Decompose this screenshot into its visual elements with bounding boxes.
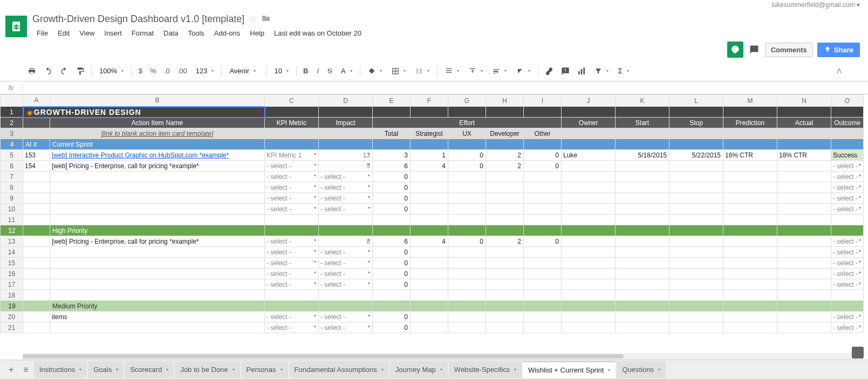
chart-icon[interactable] xyxy=(574,65,589,78)
cell[interactable] xyxy=(723,128,777,139)
cell[interactable] xyxy=(616,279,669,290)
cell[interactable] xyxy=(562,128,616,139)
italic-icon[interactable]: I xyxy=(312,65,323,77)
cell[interactable]: - select - xyxy=(831,161,864,171)
cell[interactable] xyxy=(411,182,448,193)
cell[interactable] xyxy=(723,171,777,182)
cell[interactable]: Developer xyxy=(486,128,524,139)
cell[interactable] xyxy=(562,322,616,333)
cell[interactable] xyxy=(669,258,723,268)
cell[interactable] xyxy=(50,215,265,225)
cell[interactable] xyxy=(265,139,319,150)
comments-button[interactable]: Comments xyxy=(765,43,813,57)
cell[interactable]: - select - xyxy=(831,236,864,247)
row-header[interactable]: 16 xyxy=(1,268,23,279)
cell[interactable] xyxy=(23,279,50,290)
row-header[interactable]: 4 xyxy=(1,139,23,150)
cell[interactable] xyxy=(411,139,448,150)
cell[interactable] xyxy=(486,268,524,279)
col-header-G[interactable]: G xyxy=(448,95,486,107)
cell[interactable] xyxy=(265,128,319,139)
cell[interactable] xyxy=(777,215,831,225)
cell[interactable]: KPI Metric xyxy=(265,118,319,128)
cell[interactable] xyxy=(524,139,562,150)
sheet-tab[interactable]: Instructions xyxy=(34,361,87,378)
cell[interactable] xyxy=(669,290,723,301)
row-header[interactable]: 2 xyxy=(1,118,23,128)
cell[interactable] xyxy=(777,139,831,150)
cell[interactable]: - select - xyxy=(831,204,864,215)
cell[interactable]: 18% CTR xyxy=(777,150,831,161)
cell[interactable]: 0 xyxy=(448,150,486,161)
row-header[interactable]: 6 xyxy=(1,161,23,171)
cell[interactable] xyxy=(373,139,411,150)
cell[interactable]: Prediction xyxy=(723,118,777,128)
cell[interactable] xyxy=(411,247,448,258)
cell[interactable]: 5 xyxy=(319,161,373,171)
cell[interactable] xyxy=(319,139,373,150)
cell[interactable]: 0 xyxy=(524,161,562,171)
format-dropdown[interactable]: 123 xyxy=(192,65,218,77)
col-header-H[interactable]: H xyxy=(486,95,524,107)
halign-icon[interactable] xyxy=(441,65,463,77)
font-size-dropdown[interactable]: 10 xyxy=(270,65,292,77)
cell[interactable] xyxy=(448,312,486,322)
cell[interactable] xyxy=(616,182,669,193)
cell[interactable]: 6 xyxy=(373,161,411,171)
cell[interactable]: 0 xyxy=(373,171,411,182)
cell[interactable] xyxy=(448,204,486,215)
cell[interactable]: Other xyxy=(524,128,562,139)
cell[interactable] xyxy=(411,279,448,290)
cell[interactable] xyxy=(723,204,777,215)
cell[interactable] xyxy=(616,268,669,279)
cell[interactable] xyxy=(616,247,669,258)
cell[interactable] xyxy=(616,301,669,312)
functions-icon[interactable]: Σ xyxy=(614,65,633,77)
cell[interactable] xyxy=(562,171,616,182)
filter-icon[interactable] xyxy=(590,65,613,77)
cell[interactable]: - select - xyxy=(319,182,373,193)
cell[interactable] xyxy=(669,312,723,322)
cell[interactable] xyxy=(669,204,723,215)
sheets-logo[interactable] xyxy=(5,16,27,37)
cell[interactable] xyxy=(50,247,265,258)
cell[interactable] xyxy=(23,215,50,225)
cell[interactable] xyxy=(616,236,669,247)
cell[interactable]: 0 xyxy=(524,150,562,161)
cell[interactable] xyxy=(723,290,777,301)
cell[interactable] xyxy=(524,268,562,279)
folder-icon[interactable] xyxy=(262,13,270,25)
cell[interactable] xyxy=(777,258,831,268)
cell[interactable]: 16% CTR xyxy=(723,150,777,161)
cell[interactable] xyxy=(448,193,486,204)
cell[interactable]: 0 xyxy=(373,258,411,268)
cell[interactable]: items xyxy=(50,312,265,322)
cell[interactable] xyxy=(831,225,864,236)
cell[interactable]: - select - xyxy=(319,322,373,333)
cell[interactable]: 1 xyxy=(411,150,448,161)
cell[interactable] xyxy=(23,204,50,215)
row-header[interactable]: 15 xyxy=(1,258,23,268)
cell[interactable]: Current Sprint xyxy=(50,139,265,150)
cell[interactable] xyxy=(777,301,831,312)
row-header[interactable]: 20 xyxy=(1,312,23,322)
cell[interactable] xyxy=(524,279,562,290)
row-header[interactable]: 14 xyxy=(1,247,23,258)
formula-input[interactable] xyxy=(23,87,868,89)
cell[interactable] xyxy=(265,107,319,118)
cell[interactable]: 0 xyxy=(373,182,411,193)
cell[interactable] xyxy=(23,128,50,139)
cell[interactable] xyxy=(411,301,448,312)
percent-icon[interactable]: % xyxy=(147,65,160,77)
menu-edit[interactable]: Edit xyxy=(53,27,74,39)
cell[interactable] xyxy=(265,225,319,236)
cell[interactable] xyxy=(411,225,448,236)
cell[interactable]: - select - xyxy=(265,193,319,204)
menu-format[interactable]: Format xyxy=(127,27,158,39)
cell[interactable] xyxy=(723,268,777,279)
cell[interactable] xyxy=(50,258,265,268)
row-header[interactable]: 9 xyxy=(1,193,23,204)
cell[interactable] xyxy=(23,290,50,301)
cell[interactable] xyxy=(50,204,265,215)
strikethrough-icon[interactable]: S xyxy=(324,65,336,77)
